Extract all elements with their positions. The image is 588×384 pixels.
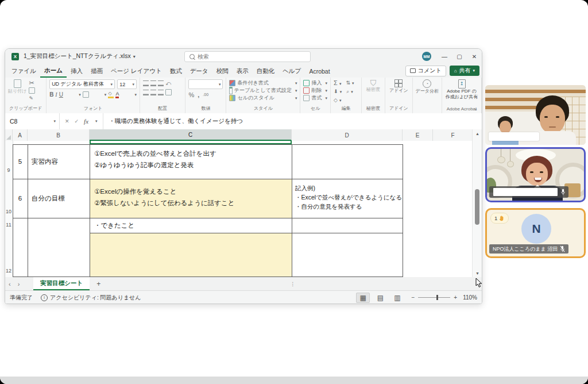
copy-icon[interactable] (29, 87, 35, 94)
data-analysis-button[interactable]: ◔ データ分析 (416, 79, 439, 94)
clear-icon[interactable]: ◇▾ (334, 97, 341, 104)
cell-c10-line2[interactable]: ②緊張しないようにして伝わるように話すこと (94, 197, 235, 209)
add-sheet-button[interactable]: + (90, 280, 107, 288)
find-select-icon[interactable]: ⌕▾ (346, 88, 353, 95)
participant-video-3[interactable]: 1 N NPO法人こころのまま 沼田 (485, 208, 586, 258)
cell-d10-line1[interactable]: 記入例) (295, 183, 315, 193)
cell-a9[interactable]: 5 (13, 156, 28, 167)
view-normal-button[interactable]: ▦ (356, 293, 369, 303)
sheet-next-icon[interactable]: › (14, 281, 24, 287)
italic-button[interactable]: I (55, 91, 57, 98)
font-size-select[interactable]: 12▾ (117, 79, 137, 89)
collapse-ribbon-icon[interactable]: ⌄ (474, 106, 478, 112)
minimize-button[interactable]: — (437, 49, 452, 64)
column-header-a[interactable]: A (13, 129, 28, 141)
menu-tab-data[interactable]: データ (186, 65, 212, 77)
participant-video-2[interactable] (485, 147, 586, 202)
row-header-11[interactable]: 11 (5, 222, 12, 228)
zoom-out-button[interactable]: − (411, 294, 415, 301)
sort-filter-icon[interactable]: ⇅▾ (346, 79, 354, 87)
bold-button[interactable]: B (49, 91, 53, 98)
comma-style-icon[interactable]: , (198, 91, 199, 98)
fx-icon[interactable]: fx (84, 118, 88, 125)
sheet-grid[interactable]: 9 10 11 12 5 実習内容 ①Excelで売上表の並べ替えと合計を出す (5, 141, 473, 277)
name-box[interactable]: C8 ▾ (5, 113, 60, 129)
zoom-slider-handle[interactable] (436, 295, 438, 300)
row-header-10[interactable]: 10 (5, 209, 12, 214)
cell-styles-button[interactable]: セルのスタイル▾ (229, 94, 297, 102)
cancel-icon[interactable]: ✕ (65, 118, 69, 124)
menu-tab-pagelayout[interactable]: ページ レイアウト (107, 65, 166, 77)
fill-icon[interactable]: ⬇▾ (334, 88, 342, 95)
comments-button[interactable]: コメント (405, 66, 446, 76)
align-right-icon[interactable] (158, 90, 164, 95)
zoom-level[interactable]: 110% (463, 294, 477, 301)
vertical-scroll-thumb[interactable] (475, 189, 479, 225)
menu-tab-draw[interactable]: 描画 (87, 65, 107, 77)
cell-c9-line1[interactable]: ①Excelで売上表の並べ替えと合計を出す (94, 148, 216, 159)
align-bottom-icon[interactable] (158, 80, 164, 86)
user-avatar[interactable]: MM (422, 52, 431, 61)
format-painter-icon[interactable]: ✎ (29, 95, 35, 102)
column-header-e[interactable]: E (403, 129, 433, 141)
format-as-table-button[interactable]: テーブルとして書式設定▾ (229, 87, 297, 94)
row-header-9[interactable]: 9 (5, 167, 12, 173)
title-dropdown-icon[interactable]: ▾ (133, 54, 136, 59)
sensitivity-button[interactable]: ⛉ 秘密度 (365, 79, 382, 93)
close-button[interactable]: ✕ (467, 49, 482, 64)
cell-d10-line3[interactable]: ・自分の意見を発表する (295, 202, 362, 211)
enter-icon[interactable]: ✓ (75, 118, 79, 124)
zoom-slider[interactable] (418, 297, 450, 298)
adobe-pdf-button[interactable]: ↥ Adobe PDF の作成および共有 (445, 79, 478, 100)
column-header-c[interactable]: C (90, 129, 292, 141)
menu-tab-help[interactable]: ヘルプ (278, 65, 305, 77)
decimal-icons[interactable]: .00 (203, 91, 208, 98)
menu-tab-file[interactable]: ファイル (7, 65, 40, 77)
scroll-up-icon[interactable]: ▲ (473, 129, 482, 137)
font-color-icon[interactable]: A (115, 91, 119, 98)
menu-tab-review[interactable]: 校閲 (212, 65, 233, 77)
participant-video-1[interactable] (485, 85, 586, 145)
orientation-icon[interactable]: ⤺ (165, 80, 171, 87)
align-left-icon[interactable] (143, 90, 149, 95)
cell-c9-line2[interactable]: ②ゆうゆうゆう記事の選定と発表 (94, 159, 194, 171)
sheet-tab-active[interactable]: 実習目標シート (33, 277, 90, 290)
cell-b10[interactable]: 自分の目標 (32, 193, 65, 204)
column-header-f[interactable]: F (433, 129, 473, 141)
addins-button[interactable]: アドイン (388, 79, 409, 94)
paste-button[interactable]: 貼り付け (8, 79, 26, 94)
cell-b9[interactable]: 実習内容 (32, 156, 58, 167)
formula-input[interactable]: ・職場の業務体験を通じて、働くイメージを持つ (103, 117, 243, 125)
menu-tab-insert[interactable]: 挿入 (67, 65, 87, 77)
scroll-down-icon[interactable]: ▼ (473, 269, 482, 277)
menu-tab-view[interactable]: 表示 (233, 65, 253, 77)
select-all-corner[interactable] (5, 129, 13, 141)
align-middle-icon[interactable] (150, 80, 156, 86)
autosum-icon[interactable]: Σ▾ (334, 79, 341, 87)
format-cells-button[interactable]: 書式▾ (303, 94, 327, 102)
column-header-b[interactable]: B (28, 129, 90, 141)
conditional-formatting-button[interactable]: 条件付き書式▾ (229, 79, 297, 87)
zoom-in-button[interactable]: + (454, 294, 457, 301)
cut-icon[interactable]: ✂ (29, 79, 35, 86)
cell-c11[interactable]: ・できたこと (94, 220, 134, 231)
delete-cells-button[interactable]: 削除▾ (303, 87, 327, 94)
cell-a10[interactable]: 6 (13, 193, 28, 204)
number-format-select[interactable]: ▾ (188, 79, 223, 89)
menu-tab-acrobat[interactable]: Acrobat (305, 66, 334, 76)
share-button[interactable]: ⌂ 共有 ▾ (450, 66, 479, 76)
merge-cells-icon[interactable] (165, 89, 172, 95)
view-page-break-button[interactable]: ▥ (391, 293, 403, 302)
cell-c10-line1[interactable]: ①Excelの操作を覚えること (94, 186, 177, 197)
underline-button[interactable]: U (59, 91, 63, 98)
insert-cells-button[interactable]: 挿入▾ (303, 79, 327, 87)
align-top-icon[interactable] (143, 80, 149, 86)
vertical-scrollbar[interactable]: ▲ ▼ (472, 129, 482, 277)
maximize-button[interactable]: ▢ (452, 49, 467, 64)
search-box[interactable]: 検索 (184, 51, 311, 62)
font-name-select[interactable]: UD デジタル 教科書体▾ (49, 79, 115, 89)
sheet-prev-icon[interactable]: ‹ (5, 281, 14, 287)
align-center-icon[interactable] (150, 90, 156, 95)
menu-tab-formulas[interactable]: 数式 (166, 65, 186, 77)
view-page-layout-button[interactable]: ▤ (374, 293, 386, 302)
